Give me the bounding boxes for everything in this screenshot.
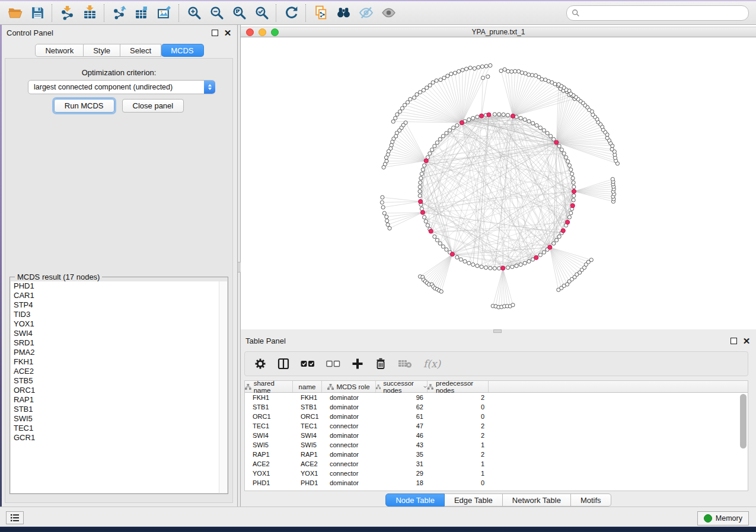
- select-all-icon[interactable]: [301, 357, 315, 371]
- table-cell[interactable]: 96: [376, 394, 428, 401]
- criterion-dropdown[interactable]: largest connected component (undirected): [28, 80, 215, 94]
- mcds-result-item[interactable]: GCR1: [11, 433, 227, 443]
- table-cell[interactable]: 1: [428, 470, 489, 477]
- table-cell[interactable]: RAP1: [245, 451, 293, 458]
- mcds-result-item[interactable]: SWI4: [11, 329, 227, 338]
- tab-network[interactable]: Network: [35, 44, 84, 57]
- table-cell[interactable]: 2: [428, 451, 489, 458]
- close-table-panel-icon[interactable]: ✕: [742, 336, 751, 345]
- close-panel-button[interactable]: Close panel: [122, 99, 184, 113]
- zoom-selected-icon[interactable]: [250, 4, 273, 23]
- mcds-result-item[interactable]: STP4: [11, 300, 227, 310]
- export-network-icon[interactable]: [108, 4, 130, 23]
- table-cell[interactable]: TEC1: [293, 422, 322, 430]
- tab-style[interactable]: Style: [84, 44, 120, 57]
- mcds-result-item[interactable]: TID3: [11, 310, 227, 319]
- table-row[interactable]: FKH1FKH1dominator962: [245, 393, 748, 402]
- table-cell[interactable]: 2: [428, 394, 489, 401]
- table-row[interactable]: SWI5SWI5connector431: [245, 440, 748, 450]
- table-cell[interactable]: dominator: [322, 394, 376, 401]
- float-panel-icon[interactable]: [210, 28, 219, 37]
- export-image-icon[interactable]: [153, 4, 176, 23]
- first-neighbors-icon[interactable]: [332, 4, 355, 23]
- mcds-result-item[interactable]: SWI5: [11, 414, 227, 424]
- close-panel-icon[interactable]: ✕: [223, 28, 232, 37]
- show-all-icon[interactable]: [377, 4, 400, 23]
- mcds-result-item[interactable]: CAR1: [11, 291, 227, 300]
- table-cell[interactable]: dominator: [322, 403, 376, 411]
- table-cell[interactable]: 46: [376, 432, 428, 439]
- table-cell[interactable]: 1: [428, 441, 489, 448]
- table-cell[interactable]: dominator: [322, 413, 376, 420]
- table-cell[interactable]: 43: [376, 441, 428, 448]
- tab-motifs[interactable]: Motifs: [571, 493, 611, 507]
- table-cell[interactable]: FKH1: [245, 394, 293, 401]
- table-cell[interactable]: 47: [376, 422, 428, 430]
- tab-node-table[interactable]: Node Table: [385, 493, 445, 507]
- table-cell[interactable]: ACE2: [245, 460, 293, 467]
- tab-select[interactable]: Select: [120, 44, 161, 57]
- column-header-name[interactable]: name: [293, 381, 322, 392]
- table-settings-icon[interactable]: [254, 357, 266, 371]
- tab-network-table[interactable]: Network Table: [503, 493, 571, 507]
- create-column-icon[interactable]: [352, 357, 363, 371]
- import-network-icon[interactable]: [56, 4, 78, 23]
- table-cell[interactable]: 35: [376, 451, 428, 458]
- float-table-panel-icon[interactable]: [729, 336, 738, 345]
- table-cell[interactable]: dominator: [322, 479, 376, 486]
- task-history-button[interactable]: [6, 511, 24, 524]
- table-cell[interactable]: 31: [376, 460, 428, 467]
- result-list-scrollbar[interactable]: [219, 281, 227, 493]
- table-cell[interactable]: 0: [428, 413, 489, 420]
- new-network-from-selection-icon[interactable]: [310, 4, 332, 23]
- table-scrollbar[interactable]: [740, 394, 747, 489]
- mcds-result-item[interactable]: PMA2: [11, 348, 227, 357]
- tab-edge-table[interactable]: Edge Table: [445, 493, 503, 507]
- delete-column-icon[interactable]: [375, 357, 387, 371]
- table-row[interactable]: YOX1YOX1connector291: [245, 469, 748, 478]
- memory-button[interactable]: Memory: [697, 511, 749, 525]
- export-table-icon[interactable]: [130, 4, 153, 23]
- column-header-MCDS-role[interactable]: MCDS role: [322, 381, 376, 392]
- table-cell[interactable]: 61: [376, 413, 428, 420]
- table-cell[interactable]: connector: [322, 470, 376, 477]
- table-cell[interactable]: 0: [428, 479, 489, 486]
- mcds-result-list[interactable]: PHD1CAR1STP4TID3YOX1SWI4SRD1PMA2FKH1ACE2…: [11, 281, 227, 493]
- table-row[interactable]: STB1STB1dominator620: [245, 402, 748, 412]
- network-canvas[interactable]: [241, 37, 756, 329]
- column-header-shared-name[interactable]: shared name: [245, 381, 293, 392]
- table-cell[interactable]: ACE2: [293, 460, 322, 467]
- mcds-result-item[interactable]: PHD1: [11, 281, 227, 291]
- table-scrollbar-thumb[interactable]: [740, 394, 747, 448]
- open-file-icon[interactable]: [4, 4, 26, 23]
- mcds-result-item[interactable]: ACE2: [11, 367, 227, 376]
- table-cell[interactable]: 62: [376, 403, 428, 411]
- mcds-result-item[interactable]: ORC1: [11, 386, 227, 395]
- table-cell[interactable]: STB1: [245, 403, 293, 411]
- table-cell[interactable]: 2: [428, 432, 489, 439]
- hide-selection-icon[interactable]: [355, 4, 377, 23]
- mcds-result-item[interactable]: SRD1: [11, 338, 227, 348]
- table-row[interactable]: ACE2ACE2connector311: [245, 459, 748, 469]
- table-cell[interactable]: 0: [428, 403, 489, 411]
- table-cell[interactable]: dominator: [322, 432, 376, 439]
- mcds-result-item[interactable]: YOX1: [11, 319, 227, 329]
- mcds-result-item[interactable]: FKH1: [11, 357, 227, 367]
- table-cell[interactable]: 2: [428, 422, 489, 430]
- table-cell[interactable]: PHD1: [245, 479, 293, 486]
- search-field[interactable]: [566, 5, 749, 21]
- mcds-result-item[interactable]: STB1: [11, 405, 227, 414]
- table-cell[interactable]: 1: [428, 460, 489, 467]
- table-cell[interactable]: connector: [322, 422, 376, 430]
- zoom-in-icon[interactable]: [183, 4, 205, 23]
- table-row[interactable]: TEC1TEC1connector472: [245, 421, 748, 431]
- table-cell[interactable]: PHD1: [293, 479, 322, 486]
- zoom-fit-icon[interactable]: [228, 4, 250, 23]
- table-cell[interactable]: STB1: [293, 403, 322, 411]
- table-row[interactable]: PHD1PHD1dominator180: [245, 478, 748, 488]
- table-cell[interactable]: ORC1: [293, 413, 322, 420]
- table-cell[interactable]: 29: [376, 470, 428, 477]
- table-cell[interactable]: RAP1: [293, 451, 322, 458]
- table-cell[interactable]: FKH1: [293, 394, 322, 401]
- table-row[interactable]: ORC1ORC1dominator610: [245, 412, 748, 421]
